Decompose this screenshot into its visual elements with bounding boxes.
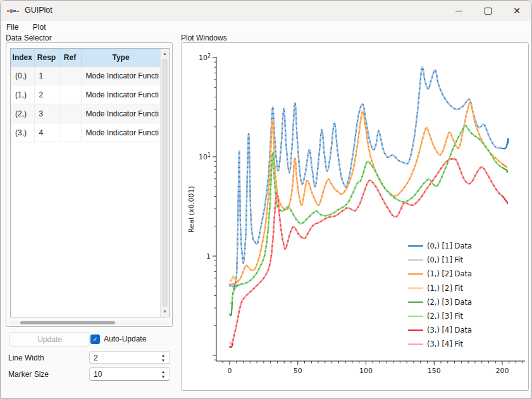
app-icon <box>7 7 20 15</box>
marker-size-label: Marker Size <box>8 370 49 379</box>
table-cell[interactable]: (1,) <box>11 85 34 104</box>
table-row[interactable]: (0,)1Mode Indicator Functi <box>11 66 161 85</box>
svg-text:150: 150 <box>428 367 441 375</box>
line-width-input[interactable] <box>94 352 154 363</box>
auto-update-checkbox[interactable]: ✓ <box>90 335 100 344</box>
table-row[interactable]: (2,)3Mode Indicator Functi <box>11 104 161 123</box>
close-button[interactable]: ✕ <box>502 1 531 21</box>
data-selector-title: Data Selector <box>6 34 52 42</box>
svg-text:0: 0 <box>228 367 232 375</box>
line-width-spinbox: ▲ ▼ <box>89 351 170 364</box>
checkbox-check-icon: ✓ <box>92 336 97 343</box>
table-cell[interactable]: (0,) <box>11 66 34 85</box>
legend-label: (1,) [2] Fit <box>427 284 464 293</box>
table-row[interactable]: (3,)4Mode Indicator Functi <box>11 123 161 142</box>
table-cell[interactable] <box>59 104 81 123</box>
menu-file[interactable]: File <box>1 21 24 33</box>
table-cell[interactable]: (2,) <box>11 104 34 123</box>
auto-update-label: Auto-Update <box>104 335 146 343</box>
horizontal-scroll-thumb[interactable] <box>20 321 115 324</box>
legend-label: (3,) [4] Data <box>427 326 472 335</box>
data-table: IndexRespRefType(0,)1Mode Indicator Func… <box>11 49 161 142</box>
table-cell[interactable]: Mode Indicator Functi <box>81 123 161 142</box>
menubar: File Plot <box>1 21 531 34</box>
legend-label: (3,) [4] Fit <box>427 340 464 348</box>
table-cell[interactable]: 4 <box>34 123 59 142</box>
legend-label: (2,) [3] Data <box>427 298 472 307</box>
svg-text:1: 1 <box>206 252 211 261</box>
titlebar: GUIPlot ✕ <box>1 1 531 21</box>
table-cell[interactable]: Mode Indicator Functi <box>81 66 161 85</box>
table-cell[interactable]: Mode Indicator Functi <box>81 104 161 123</box>
scroll-down-icon[interactable]: ▼ <box>161 307 169 316</box>
legend-label: (1,) [2] Data <box>427 269 472 278</box>
table-row[interactable]: (1,)2Mode Indicator Functi <box>11 85 161 104</box>
svg-text:101: 101 <box>199 152 211 161</box>
window-controls: ✕ <box>444 1 531 21</box>
svg-text:100: 100 <box>359 367 373 375</box>
spin-down-icon[interactable]: ▼ <box>158 374 168 379</box>
marker-size-spinbox: ▲ ▼ <box>89 367 170 381</box>
scroll-up-icon[interactable]: ▲ <box>161 49 169 58</box>
column-header[interactable]: Type <box>81 49 161 66</box>
legend-label: (0,) [1] Data <box>427 242 472 250</box>
table-cell[interactable]: Mode Indicator Functi <box>81 85 161 104</box>
line-width-label: Line Width <box>8 353 44 362</box>
vertical-scroll-thumb[interactable] <box>162 59 168 307</box>
table-cell[interactable] <box>59 123 81 142</box>
legend-label: (0,) [1] Fit <box>427 255 464 264</box>
table-cell[interactable] <box>59 66 81 85</box>
maximize-button[interactable] <box>473 1 502 21</box>
data-selector-group: IndexRespRefType(0,)1Mode Indicator Func… <box>6 42 173 327</box>
menu-plot[interactable]: Plot <box>27 21 52 33</box>
table-cell[interactable]: 1 <box>34 66 59 85</box>
spin-up-icon[interactable]: ▲ <box>158 369 168 374</box>
table-cell[interactable]: 3 <box>34 104 59 123</box>
data-table-view[interactable]: IndexRespRefType(0,)1Mode Indicator Func… <box>10 48 170 317</box>
svg-text:Real (x0.001): Real (x0.001) <box>187 186 195 233</box>
app-window: GUIPlot ✕ File Plot Data Selector IndexR… <box>0 0 532 399</box>
spin-down-icon[interactable]: ▼ <box>158 358 168 363</box>
svg-text:200: 200 <box>496 367 509 375</box>
table-vertical-scrollbar[interactable]: ▲ ▼ <box>160 49 169 317</box>
mif-plot: 1101102050100150200Real (x0.001)(0,) [1]… <box>182 43 528 390</box>
table-cell[interactable] <box>59 85 81 104</box>
column-header[interactable]: Ref <box>59 49 81 66</box>
plot-windows-group: 1101102050100150200Real (x0.001)(0,) [1]… <box>181 42 529 391</box>
window-title: GUIPlot <box>25 6 53 15</box>
table-cell[interactable]: (3,) <box>11 123 34 142</box>
column-header[interactable]: Resp <box>34 49 59 66</box>
maximize-icon <box>485 8 492 15</box>
svg-text:50: 50 <box>294 367 302 375</box>
minimize-button[interactable] <box>444 1 473 21</box>
plot-windows-title: Plot Windows <box>181 34 227 42</box>
column-header[interactable]: Index <box>11 49 34 66</box>
close-icon: ✕ <box>513 6 521 15</box>
svg-text:102: 102 <box>199 53 211 62</box>
table-horizontal-scrollbar[interactable] <box>10 321 170 325</box>
minimize-icon <box>455 11 462 11</box>
spin-up-icon[interactable]: ▲ <box>158 353 168 358</box>
legend-label: (2,) [3] Fit <box>427 312 464 321</box>
marker-size-input[interactable] <box>94 369 154 379</box>
main-content: Data Selector IndexRespRefType(0,)1Mode … <box>1 34 532 399</box>
update-button[interactable]: Update <box>9 332 90 347</box>
table-cell[interactable]: 2 <box>34 85 59 104</box>
